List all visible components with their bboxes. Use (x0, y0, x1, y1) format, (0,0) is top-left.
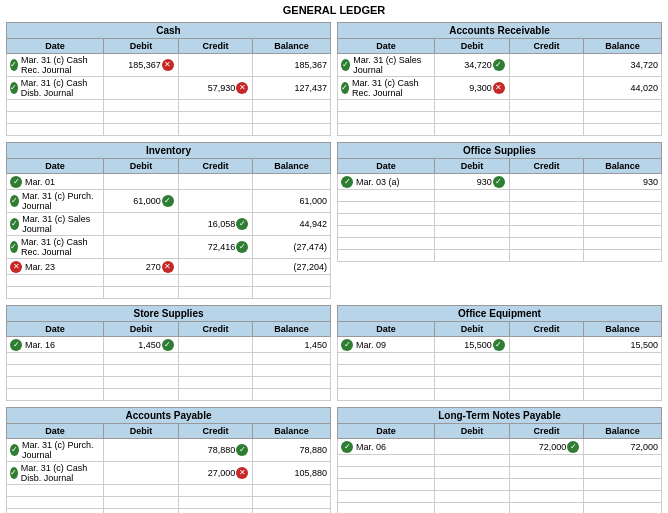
date-content: ✓Mar. 31 (c) Cash Rec. Journal (341, 78, 431, 98)
cell-balance (584, 455, 662, 467)
cell-date (338, 377, 435, 389)
table-row (338, 455, 662, 467)
cell-credit (178, 287, 253, 299)
cell-date: ✓Mar. 03 (a) (338, 174, 435, 190)
cell-credit (178, 100, 253, 112)
table-row (338, 226, 662, 238)
cell-balance: 930 (584, 174, 662, 190)
cell-credit (509, 214, 584, 226)
cell-debit (104, 377, 179, 389)
cell-balance: 61,000 (253, 190, 331, 213)
debit-icon: ✓ (493, 176, 505, 188)
cell-date: ✓Mar. 31 (c) Cash Disb. Journal (7, 462, 104, 485)
table-row: ✓Mar. 0915,500✓15,500 (338, 337, 662, 353)
cell-debit (435, 112, 510, 124)
cell-balance: 1,450 (253, 337, 331, 353)
cell-date (338, 112, 435, 124)
date-icon: ✓ (341, 441, 353, 453)
cell-credit (178, 174, 253, 190)
cell-credit (509, 389, 584, 401)
cell-balance (253, 509, 331, 514)
cell-balance: 15,500 (584, 337, 662, 353)
cell-balance (253, 112, 331, 124)
cell-debit (104, 462, 179, 485)
cell-date (7, 485, 104, 497)
main-title: GENERAL LEDGER (4, 4, 664, 16)
cell-balance: 44,942 (253, 213, 331, 236)
cell-date (338, 250, 435, 262)
cell-date (338, 190, 435, 202)
ap-header-balance: Balance (253, 424, 331, 439)
cell-date (338, 202, 435, 214)
cell-debit (104, 365, 179, 377)
table-row (338, 377, 662, 389)
date-icon: ✓ (10, 195, 19, 207)
cell-debit (435, 365, 510, 377)
credit-icon: ✓ (236, 218, 248, 230)
date-icon: ✓ (10, 176, 22, 188)
table-row (338, 250, 662, 262)
cell-date (7, 377, 104, 389)
credit-icon: ✓ (236, 444, 248, 456)
table-row (338, 353, 662, 365)
cell-debit: 9,300✕ (435, 77, 510, 100)
table-row (7, 112, 331, 124)
ss-header-debit: Debit (104, 322, 179, 337)
cell-date (338, 455, 435, 467)
debit-icon: ✕ (162, 261, 174, 273)
cell-balance (584, 365, 662, 377)
credit-icon: ✕ (236, 467, 248, 479)
date-text: Mar. 06 (356, 442, 386, 452)
date-icon: ✓ (10, 444, 19, 456)
cell-credit (509, 124, 584, 136)
table-row: ✓Mar. 161,450✓1,450 (7, 337, 331, 353)
credit-content: 78,880✓ (182, 444, 250, 456)
ap-title: Accounts Payable (7, 408, 331, 424)
debit-value: 270 (146, 262, 161, 272)
date-text: Mar. 31 (c) Purch. Journal (22, 440, 100, 460)
cell-credit (178, 112, 253, 124)
cell-balance (253, 377, 331, 389)
table-row: ✓Mar. 0672,000✓72,000 (338, 439, 662, 455)
debit-icon: ✓ (493, 339, 505, 351)
long-term-notes-table-container: Long-Term Notes Payable Date Debit Credi… (337, 407, 662, 513)
credit-content: 16,058✓ (182, 218, 250, 230)
date-content: ✓Mar. 31 (c) Cash Rec. Journal (10, 237, 100, 257)
cash-header-credit: Credit (178, 39, 253, 54)
debit-value: 930 (477, 177, 492, 187)
cell-debit (104, 124, 179, 136)
date-text: Mar. 01 (25, 177, 55, 187)
cell-date (7, 124, 104, 136)
cell-debit (435, 238, 510, 250)
table-row: ✕Mar. 23270✕(27,204) (7, 259, 331, 275)
cell-debit (104, 213, 179, 236)
cell-credit (178, 485, 253, 497)
cell-date (7, 112, 104, 124)
cell-credit (509, 479, 584, 491)
cell-credit: 72,416✓ (178, 236, 253, 259)
date-text: Mar. 31 (c) Cash Rec. Journal (21, 55, 100, 75)
cell-debit (104, 287, 179, 299)
ss-header-balance: Balance (253, 322, 331, 337)
cell-debit (104, 77, 179, 100)
table-row (338, 491, 662, 503)
cell-debit (435, 455, 510, 467)
credit-value: 27,000 (208, 468, 236, 478)
date-text: Mar. 31 (c) Purch. Journal (22, 191, 100, 211)
cell-debit (435, 439, 510, 455)
cell-balance (584, 377, 662, 389)
cell-credit (509, 377, 584, 389)
cell-balance (253, 353, 331, 365)
cell-credit (509, 174, 584, 190)
cell-balance (584, 491, 662, 503)
date-content: ✓Mar. 31 (c) Purch. Journal (10, 440, 100, 460)
date-icon: ✓ (341, 59, 350, 71)
cell-date: ✓Mar. 31 (c) Cash Disb. Journal (7, 77, 104, 100)
office-equipment-title: Office Equipment (338, 306, 662, 322)
debit-icon: ✕ (493, 82, 505, 94)
date-content: ✓Mar. 16 (10, 339, 100, 351)
cash-header-balance: Balance (253, 39, 331, 54)
cell-credit (178, 124, 253, 136)
cell-debit (435, 190, 510, 202)
cell-debit (104, 275, 179, 287)
